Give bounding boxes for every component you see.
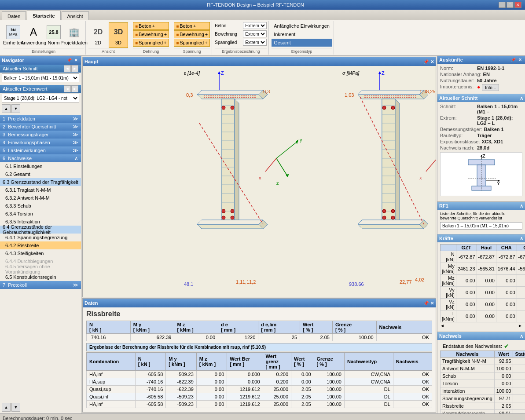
nav-item-steifigkeiten[interactable]: 6.4.3 Steifigkeiten bbox=[0, 249, 81, 257]
extremwert-up[interactable]: ▲ bbox=[2, 104, 11, 113]
haupt-close-icon[interactable]: ✕ bbox=[430, 59, 434, 64]
haupt-header-icons[interactable]: 📌 ✕ bbox=[423, 59, 434, 64]
nav-bottom-next[interactable]: ▼ bbox=[11, 403, 20, 412]
nav-item-spannungsbegrenzung[interactable]: 6.4.1 Spannungsbegrenzung bbox=[0, 234, 81, 241]
btn-dehnung-bewehrung[interactable]: ■ Bewehrung + bbox=[133, 30, 169, 38]
ergebnis-spannglied-combo[interactable]: Extrem bbox=[243, 39, 267, 46]
kraefte-header[interactable]: Kräfte ∧ bbox=[437, 234, 525, 242]
nachweis-table: Nachweis Wert Status Tragfähigkeit N-M-M… bbox=[440, 351, 525, 413]
svg-point-74 bbox=[382, 106, 386, 110]
btn-einheiten[interactable]: kN MPa Einheiten bbox=[4, 22, 23, 48]
tab-daten[interactable]: Daten bbox=[2, 11, 26, 20]
nav-bemessungstraeger-label: 3. Bemessungsträger bbox=[3, 132, 49, 137]
haupt-header: Haupt 📌 ✕ bbox=[83, 57, 436, 66]
btn-dehnung-spannglied[interactable]: ■ Spannglied + bbox=[133, 39, 169, 47]
nav-projektdaten-header[interactable]: 1. Projektdaten ≫ bbox=[0, 115, 81, 123]
tab-ansicht[interactable]: Ansicht bbox=[62, 11, 89, 20]
btn-spannung-spannglied[interactable]: ■ Spannglied + bbox=[174, 39, 210, 47]
d0-wg: 0.200 bbox=[263, 371, 291, 378]
nav-item-schub[interactable]: 6.3.3 Schub bbox=[0, 202, 81, 210]
nutzungsdauer-row: Nutzungsdauer: 50 Jahre bbox=[440, 78, 522, 83]
nav-bottom-prev[interactable]: ▲ bbox=[2, 403, 11, 412]
svg-marker-59 bbox=[382, 99, 395, 224]
window-controls[interactable]: ─ □ ✕ bbox=[499, 2, 521, 8]
maximize-button[interactable]: □ bbox=[507, 2, 514, 8]
schnitt-select[interactable]: Balken 1 - 15,01m (M1 - 15,01m) bbox=[2, 73, 79, 82]
svg-point-28 bbox=[231, 209, 234, 213]
btn-anwendung[interactable]: A Anwendung bbox=[24, 22, 43, 48]
ergebnis-row-beton: Beton Extrem bbox=[215, 22, 267, 29]
btn-inkrement[interactable]: Inkrement bbox=[272, 30, 332, 38]
btn-projektdaten[interactable]: 🏢 Projektdaten bbox=[64, 22, 84, 48]
nav-item-gesamt[interactable]: 6.2 Gesamt bbox=[0, 170, 81, 178]
btn-spannung-bewehrung[interactable]: ■ Bewehrung + bbox=[174, 30, 210, 38]
extremwert-header[interactable]: Aktueller Extremwert ◄ ► bbox=[0, 85, 81, 93]
kh0 bbox=[441, 245, 456, 251]
nav-nachweise-header[interactable]: 6. Nachweise ∧ bbox=[0, 154, 81, 162]
svg-line-44 bbox=[276, 158, 287, 176]
nachweis-section-header[interactable]: Nachweis ∧ bbox=[437, 332, 525, 340]
kraefte-scroll-left[interactable]: ◄ bbox=[440, 323, 444, 328]
dcol-wert: Wert[ % ] bbox=[291, 353, 314, 371]
tab-startseite[interactable]: Startseite bbox=[27, 11, 60, 20]
auskuenfte-close-icon[interactable]: ✕ bbox=[517, 57, 523, 63]
rf1-item: Balken 1 – 15,01m (M1 – 15,01m) bbox=[440, 222, 522, 230]
navigator-header-icons[interactable]: 📌 ✕ bbox=[66, 57, 79, 63]
aktueller-schnitt-section-header[interactable]: Aktueller Schnitt ∧ bbox=[437, 94, 525, 102]
btn-gesamt[interactable]: Gesamt bbox=[272, 39, 332, 47]
nav-grenzzustand-header[interactable]: 6.3 Grenzzustand der Tragfähigkeit bbox=[0, 178, 81, 186]
nav-lasteinwirkungen-label: 5. Lasteinwirkungen bbox=[3, 148, 46, 153]
extremwert-down[interactable]: ▼ bbox=[11, 104, 20, 113]
schnitt-arrows[interactable]: ◄ ► bbox=[64, 65, 78, 72]
extremwert-next[interactable]: ► bbox=[71, 85, 78, 92]
nutzungsdauer-label: Nutzungsdauer: bbox=[440, 78, 475, 83]
nav-protokoll-header[interactable]: 7. Protokoll ≫ bbox=[0, 281, 81, 289]
extremwert-arrows[interactable]: ◄ ► bbox=[64, 85, 78, 92]
nav-item-konstruktionsregeln[interactable]: 6.5 Konstruktionsregeln bbox=[0, 273, 81, 281]
nav-lasteinwirkungen-header[interactable]: 5. Lasteinwirkungen ≫ bbox=[0, 146, 81, 154]
extremwert-prev[interactable]: ◄ bbox=[64, 85, 71, 92]
nav-item-traglast[interactable]: 6.3.1 Traglast N-M-M bbox=[0, 186, 81, 194]
navigator-header: Navigator 📌 ✕ bbox=[0, 56, 81, 65]
kraefte-scroll-right[interactable]: ► bbox=[518, 323, 522, 328]
data-pin-icon[interactable]: 📌 bbox=[423, 301, 429, 306]
nav-item-antwort[interactable]: 6.3.2 Antwort N-M-M bbox=[0, 194, 81, 202]
nav-item-torsion[interactable]: 6.3.4 Torsion bbox=[0, 210, 81, 218]
col-de: d e[ mm ] bbox=[218, 321, 258, 334]
auskuenfte-pin-icon[interactable]: 📌 bbox=[510, 57, 516, 63]
btn-spannung-beton[interactable]: ■ Beton + bbox=[174, 22, 210, 30]
navigator-close-icon[interactable]: ✕ bbox=[73, 57, 79, 63]
nav-bemessungstraeger-header[interactable]: 3. Bemessungsträger ≫ bbox=[0, 131, 81, 139]
col-mz: M z[ kNm ] bbox=[174, 321, 218, 334]
nav-bottom-arrows[interactable]: ▲ ▼ bbox=[0, 401, 81, 413]
btn-2d[interactable]: 2D 2D bbox=[88, 22, 108, 48]
kraefte-scroll-arrows[interactable]: ◄ ► bbox=[440, 323, 522, 328]
navigator-pin-icon[interactable]: 📌 bbox=[66, 57, 72, 63]
auskuenfte-title: Auskünfte bbox=[439, 57, 463, 62]
extremwert-nav-buttons[interactable]: ▲ ▼ bbox=[0, 103, 81, 114]
nav-item-einstellungen[interactable]: 6.1 Einstellungen bbox=[0, 162, 81, 170]
ergebnis-row-spannglied: Spannglied Extrem bbox=[215, 39, 267, 46]
haupt-pin-icon[interactable]: 📌 bbox=[423, 59, 429, 64]
extremwert-select[interactable]: Stage 1 (28,0d): LG2 - LG4 - not bbox=[2, 94, 79, 102]
nav-gebrauch-header[interactable]: 6.4 Grenzzustände der Gebrauchstauglichk… bbox=[0, 226, 81, 234]
nav-querschnitt-header[interactable]: 2. Bewehrter Querschnitt ≫ bbox=[0, 123, 81, 131]
schnitt-prev[interactable]: ◄ bbox=[64, 65, 71, 72]
info-button[interactable]: Info... bbox=[482, 84, 499, 91]
nav-item-versagen[interactable]: 6.4.5 Versagen ohne Vorankündigung bbox=[0, 265, 81, 273]
ergebnis-bewehrung-combo[interactable]: Extrem bbox=[243, 30, 267, 37]
rf1-section-header[interactable]: RF1 ∧ bbox=[437, 202, 525, 210]
data-close-icon[interactable]: ✕ bbox=[430, 301, 434, 306]
nav-item-rissbreite[interactable]: 6.4.2 Rissbreite bbox=[0, 241, 81, 249]
btn-3d[interactable]: 3D 3D bbox=[109, 22, 128, 48]
minimize-button[interactable]: ─ bbox=[499, 2, 506, 8]
data-header-icons[interactable]: 📌 ✕ bbox=[423, 301, 434, 306]
close-button[interactable]: ✕ bbox=[514, 2, 521, 8]
btn-anfaengliche[interactable]: Anfängliche Einwirkungen bbox=[272, 22, 332, 30]
btn-dehnung-beton[interactable]: ■ Beton + bbox=[133, 22, 169, 30]
schnitt-next[interactable]: ► bbox=[71, 65, 78, 72]
auskuenfte-header-icons[interactable]: 📌 ✕ bbox=[510, 57, 523, 63]
ergebnis-beton-combo[interactable]: Extrem bbox=[243, 22, 267, 29]
aktueller-schnitt-header[interactable]: Aktueller Schnitt ◄ ► bbox=[0, 65, 81, 73]
nav-einwirkungsphasen-header[interactable]: 4. Einwirkungsphasen ≫ bbox=[0, 139, 81, 146]
